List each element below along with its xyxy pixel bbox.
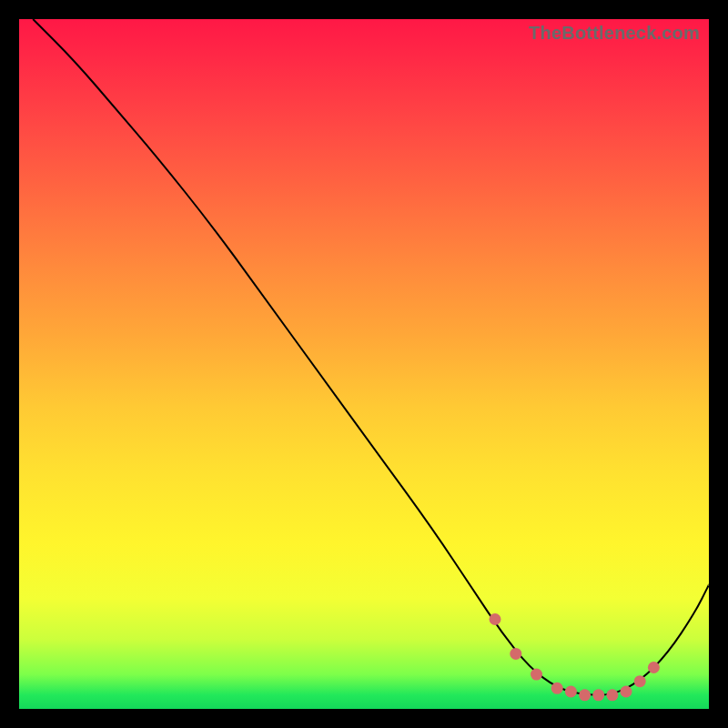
highlight-marker [592,689,604,701]
highlight-marker [648,662,660,673]
highlight-markers [19,19,709,709]
highlight-marker [531,669,542,681]
highlight-marker [490,613,501,625]
highlight-marker [621,686,632,698]
highlight-marker [606,689,618,701]
highlight-marker [510,648,521,660]
marker-group [490,613,660,701]
highlight-marker [634,675,646,687]
highlight-marker [565,686,577,698]
highlight-marker [551,682,563,694]
plot-area: TheBottleneck.com [19,19,709,709]
stage: TheBottleneck.com [0,0,728,728]
highlight-marker [579,689,591,701]
